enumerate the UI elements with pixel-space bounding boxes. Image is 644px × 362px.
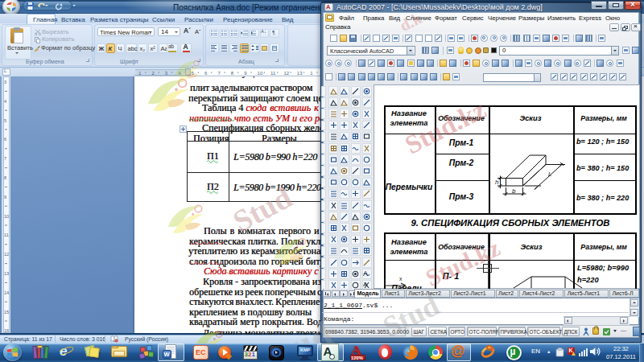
svg-text:15: 15 xyxy=(4,310,9,315)
svg-text:3: 3 xyxy=(4,80,6,84)
svg-text:h: h xyxy=(495,179,499,186)
svg-text:7: 7 xyxy=(4,156,6,161)
svg-text:8: 8 xyxy=(4,175,6,180)
svg-text:13: 13 xyxy=(297,71,303,76)
svg-text:L: L xyxy=(548,171,551,178)
svg-text:7: 7 xyxy=(217,71,221,76)
svg-text:9: 9 xyxy=(244,71,247,76)
svg-text:10: 10 xyxy=(258,71,263,76)
svg-text:16: 16 xyxy=(4,328,9,333)
svg-text:9: 9 xyxy=(4,195,6,200)
svg-text:12: 12 xyxy=(4,252,9,257)
svg-text:11: 11 xyxy=(4,232,9,237)
svg-text:1: 1 xyxy=(310,71,313,76)
svg-text:6: 6 xyxy=(204,71,208,76)
svg-text:b: b xyxy=(512,187,516,195)
svg-text:10: 10 xyxy=(4,214,9,219)
svg-text:5: 5 xyxy=(4,118,6,123)
svg-text:11: 11 xyxy=(270,71,276,76)
svg-text:12: 12 xyxy=(283,71,289,76)
svg-text:8: 8 xyxy=(231,71,234,76)
svg-text:6: 6 xyxy=(4,137,6,142)
svg-text:13: 13 xyxy=(4,271,9,276)
svg-text:4: 4 xyxy=(4,99,6,104)
svg-text:x: x xyxy=(399,276,402,282)
svg-text:14: 14 xyxy=(4,290,9,295)
